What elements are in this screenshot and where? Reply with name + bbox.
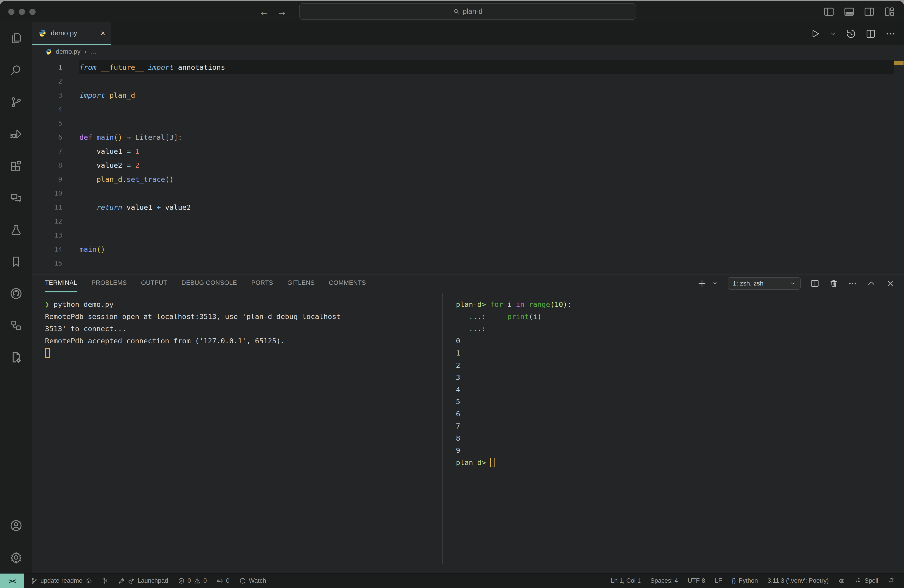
close-tab-icon[interactable]: × bbox=[101, 29, 105, 37]
code-line[interactable]: 2 bbox=[32, 74, 904, 89]
python-interpreter-item[interactable]: 3.11.3 ('.venv': Poetry) bbox=[768, 577, 829, 584]
indentation-item[interactable]: Spaces: 4 bbox=[650, 577, 678, 584]
code-line[interactable]: 1from __future__ import annotations bbox=[32, 60, 904, 74]
line-number: 10 bbox=[32, 187, 62, 200]
encoding-item[interactable]: UTF-8 bbox=[687, 577, 705, 584]
line-number: 4 bbox=[32, 102, 62, 116]
sidebar-item-source-control[interactable] bbox=[0, 86, 32, 118]
launchpad-item[interactable]: Launchpad bbox=[118, 577, 168, 584]
eol-label: LF bbox=[715, 577, 722, 584]
more-actions-icon[interactable] bbox=[885, 28, 896, 39]
breadcrumb[interactable]: demo.py › … bbox=[32, 45, 904, 58]
customize-layout-icon[interactable] bbox=[884, 6, 895, 17]
code-line[interactable]: 9 plan_d.set_trace() bbox=[32, 172, 904, 187]
panel-tabs: TERMINALPROBLEMSOUTPUTDEBUG CONSOLEPORTS… bbox=[45, 275, 366, 292]
close-window-button[interactable] bbox=[8, 9, 14, 15]
terminal-pane-right[interactable]: plan-d> for i in range(10): ...: print(i… bbox=[456, 298, 895, 469]
code-line[interactable]: 6def main() → Literal[3]: bbox=[32, 130, 904, 144]
run-dropdown-chevron-icon[interactable] bbox=[830, 30, 836, 37]
maximize-panel-chevron-up-icon[interactable] bbox=[867, 279, 876, 288]
minimize-window-button[interactable] bbox=[19, 9, 25, 15]
new-terminal-dropdown-chevron-icon[interactable] bbox=[712, 280, 718, 286]
tab-demo-py[interactable]: demo.py × bbox=[32, 22, 111, 45]
run-python-file-icon[interactable] bbox=[810, 28, 820, 39]
sidebar-item-run-debug[interactable] bbox=[0, 118, 32, 150]
code-line[interactable]: 13 bbox=[32, 228, 904, 242]
split-editor-icon[interactable] bbox=[865, 28, 876, 39]
command-center-search[interactable]: plan-d bbox=[299, 3, 636, 20]
timeline-history-icon[interactable] bbox=[846, 28, 856, 39]
toggle-panel-icon[interactable] bbox=[843, 6, 855, 17]
new-terminal-icon[interactable] bbox=[697, 279, 706, 288]
chevron-down-icon bbox=[790, 280, 796, 286]
sidebar-item-testing[interactable] bbox=[0, 214, 32, 246]
sidebar-item-bookmarks[interactable] bbox=[0, 246, 32, 277]
terminal-split-divider[interactable] bbox=[443, 293, 443, 564]
terminal-line: ❯ python demo.py bbox=[45, 298, 442, 311]
remote-indicator[interactable]: >< bbox=[0, 574, 24, 588]
panel-tab-problems[interactable]: PROBLEMS bbox=[92, 275, 127, 292]
watch-item[interactable]: Watch bbox=[239, 577, 266, 584]
terminal-pane-left[interactable]: ❯ python demo.pyRemotePdb session open a… bbox=[45, 298, 442, 359]
spell-item[interactable]: Spell bbox=[855, 577, 878, 584]
sidebar-item-extensions[interactable] bbox=[0, 150, 32, 182]
toggle-secondary-sidebar-icon[interactable] bbox=[864, 6, 875, 17]
ports-item[interactable]: 0 bbox=[217, 577, 229, 584]
panel-tab-terminal[interactable]: TERMINAL bbox=[45, 275, 77, 292]
panel-tab-comments[interactable]: COMMENTS bbox=[329, 275, 366, 292]
sidebar-item-cmake[interactable] bbox=[0, 341, 32, 373]
copilot-item[interactable] bbox=[838, 577, 845, 584]
code-line[interactable]: 10 bbox=[32, 187, 904, 200]
window-controls[interactable] bbox=[8, 9, 36, 15]
panel-tab-debug-console[interactable]: DEBUG CONSOLE bbox=[182, 275, 237, 292]
code-line[interactable]: 8 value2 = 2 bbox=[32, 158, 904, 172]
terminal-cursor bbox=[490, 458, 495, 467]
sidebar-item-comments[interactable] bbox=[0, 182, 32, 214]
account-button[interactable] bbox=[0, 509, 32, 541]
editor[interactable]: 1from __future__ import annotations23imp… bbox=[32, 58, 904, 274]
settings-button[interactable] bbox=[0, 541, 32, 573]
code-line[interactable]: 3import plan_d bbox=[32, 89, 904, 102]
code-line[interactable]: 4 bbox=[32, 102, 904, 116]
breadcrumb-symbol[interactable]: … bbox=[90, 48, 96, 55]
panel-tab-output[interactable]: OUTPUT bbox=[141, 275, 168, 292]
code-line[interactable]: 5 bbox=[32, 116, 904, 130]
panel-more-actions-icon[interactable] bbox=[848, 279, 857, 288]
cursor-position-item[interactable]: Ln 1, Col 1 bbox=[611, 577, 641, 584]
line-number: 2 bbox=[32, 74, 62, 89]
code-line[interactable]: 7 value1 = 1 bbox=[32, 144, 904, 158]
branch-name: update-readme bbox=[40, 577, 82, 584]
sidebar-item-github[interactable] bbox=[0, 277, 32, 309]
code-text: import plan_d bbox=[79, 89, 894, 102]
debug-icon bbox=[9, 128, 22, 141]
sidebar-item-project-manager[interactable] bbox=[0, 309, 32, 341]
code-line[interactable]: 14main() bbox=[32, 242, 904, 256]
code-lines[interactable]: 1from __future__ import annotations23imp… bbox=[32, 60, 904, 270]
sidebar-item-search[interactable] bbox=[0, 54, 32, 86]
toggle-primary-sidebar-icon[interactable] bbox=[823, 6, 834, 17]
forward-button[interactable]: → bbox=[277, 7, 287, 17]
terminal-select[interactable]: 1: zsh, zsh bbox=[728, 277, 801, 290]
code-text: from __future__ import annotations bbox=[79, 60, 894, 74]
back-button[interactable]: ← bbox=[259, 7, 269, 17]
git-branch-item[interactable]: update-readme bbox=[31, 577, 92, 584]
terminal-line: 9 bbox=[456, 444, 895, 457]
files-icon bbox=[9, 32, 22, 45]
breadcrumb-file[interactable]: demo.py bbox=[56, 48, 81, 55]
language-mode-item[interactable]: {} Python bbox=[732, 577, 758, 584]
panel-tab-ports[interactable]: PORTS bbox=[251, 275, 273, 292]
sidebar-item-explorer[interactable] bbox=[0, 22, 32, 54]
code-line[interactable]: 11 return value1 + value2 bbox=[32, 200, 904, 214]
code-line[interactable]: 15 bbox=[32, 256, 904, 270]
problems-item[interactable]: 0 0 bbox=[178, 577, 207, 584]
kill-terminal-trash-icon[interactable] bbox=[829, 279, 838, 288]
close-panel-icon[interactable] bbox=[886, 279, 895, 288]
terminal-line bbox=[45, 347, 442, 359]
git-commits-item[interactable] bbox=[102, 577, 109, 584]
eol-item[interactable]: LF bbox=[715, 577, 722, 584]
split-terminal-icon[interactable] bbox=[810, 279, 820, 288]
panel-tab-gitlens[interactable]: GITLENS bbox=[288, 275, 315, 292]
zoom-window-button[interactable] bbox=[29, 9, 36, 15]
notifications-item[interactable] bbox=[888, 577, 895, 584]
code-line[interactable]: 12 bbox=[32, 214, 904, 228]
